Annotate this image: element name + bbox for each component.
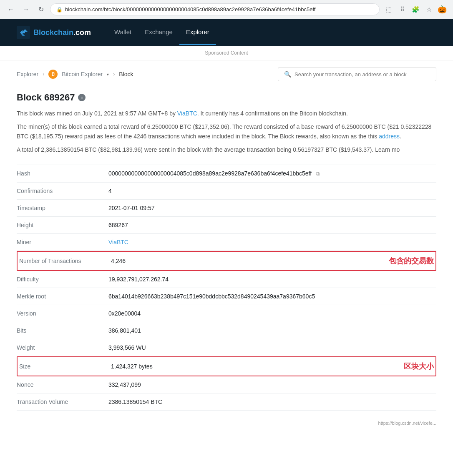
address-link[interactable]: address [379, 133, 400, 140]
value-transaction-volume: 2386.13850154 BTC [108, 398, 436, 405]
bookmark-button[interactable]: ☆ [423, 4, 435, 15]
grid-button[interactable]: ⠿ [396, 4, 408, 15]
breadcrumb: Explorer › ₿ Bitcoin Explorer ▾ › Block [17, 70, 278, 79]
lock-icon: 🔒 [56, 7, 63, 13]
value-difficulty: 19,932,791,027,262.74 [108, 276, 436, 283]
breadcrumb-block: Block [119, 71, 133, 78]
annotation-transactions: 包含的交易数 [389, 256, 434, 266]
main-nav: Wallet Exchange Explorer [108, 20, 216, 45]
table-row: Confirmations 4 [17, 183, 436, 200]
value-confirmations: 4 [108, 188, 436, 194]
label-bits: Bits [17, 327, 108, 334]
viabtc-link-1[interactable]: ViaBTC [177, 110, 197, 117]
table-row: Timestamp 2021-07-01 09:57 [17, 200, 436, 217]
label-difficulty: Difficulty [17, 276, 108, 283]
table-row: Difficulty 19,932,791,027,262.74 [17, 271, 436, 288]
forward-button[interactable]: → [20, 4, 32, 15]
logo-icon [17, 26, 30, 39]
nav-explorer[interactable]: Explorer [179, 20, 216, 45]
table-row: Weight 3,993,566 WU [17, 339, 436, 356]
reload-button[interactable]: ↻ [35, 4, 47, 15]
breadcrumb-bitcoin-explorer[interactable]: Bitcoin Explorer [62, 71, 103, 78]
table-row: Height 689267 [17, 217, 436, 234]
info-icon[interactable]: i [78, 94, 86, 101]
value-bits: 386,801,401 [108, 327, 436, 334]
value-hash: 000000000000000000004085c0d898a89ac2e992… [108, 170, 436, 177]
nav-wallet[interactable]: Wallet [108, 20, 138, 45]
url-text: blockchain.com/btc/block/000000000000000… [65, 6, 315, 13]
breadcrumb-sep-1: › [43, 71, 44, 77]
search-input[interactable] [294, 71, 430, 78]
table-row-transactions: Number of Transactions 4,246 包含的交易数 [17, 251, 436, 271]
value-version: 0x20e00004 [108, 310, 436, 317]
breadcrumb-sep-2: › [113, 71, 115, 77]
value-miner: ViaBTC [108, 239, 436, 246]
value-weight: 3,993,566 WU [108, 344, 436, 351]
logo[interactable]: Blockchain.com [17, 26, 91, 39]
label-size: Size [19, 363, 111, 370]
annotation-size: 区块大小 [404, 361, 434, 371]
table-row: Merkle root 6ba14014b926663b238b497c151e… [17, 288, 436, 305]
search-box: 🔍 [278, 67, 436, 81]
breadcrumb-explorer[interactable]: Explorer [17, 71, 38, 78]
label-weight: Weight [17, 344, 108, 351]
value-timestamp: 2021-07-01 09:57 [108, 205, 436, 211]
block-desc-3: A total of 2,386.13850154 BTC ($82,981,1… [17, 145, 436, 154]
label-nonce: Nonce [17, 381, 108, 388]
label-version: Version [17, 310, 108, 317]
main-content: Block 689267 i This block was mined on J… [0, 88, 453, 419]
table-row: Bits 386,801,401 [17, 322, 436, 339]
sponsored-bar: Sponsored Content [0, 46, 453, 60]
site-header: Blockchain.com Wallet Exchange Explorer [0, 19, 453, 46]
value-height: 689267 [108, 222, 436, 228]
block-desc-2: The miner(s) of this block earned a tota… [17, 122, 436, 141]
cast-button[interactable]: ⬚ [383, 4, 395, 15]
label-confirmations: Confirmations [17, 188, 108, 194]
label-timestamp: Timestamp [17, 205, 108, 211]
breadcrumb-row: Explorer › ₿ Bitcoin Explorer ▾ › Block … [0, 60, 453, 88]
footer-url: https://blog.csdn.net/vicefe... [378, 421, 436, 426]
copy-icon[interactable]: ⧉ [316, 170, 320, 177]
extensions-button[interactable]: 🧩 [410, 4, 421, 15]
table-row: Transaction Volume 2386.13850154 BTC [17, 393, 436, 411]
search-icon: 🔍 [284, 71, 291, 78]
table-row: Nonce 332,437,099 [17, 376, 436, 393]
logo-text: Blockchain.com [33, 28, 91, 37]
back-button[interactable]: ← [5, 4, 17, 15]
label-height: Height [17, 222, 108, 228]
value-num-transactions: 4,246 [111, 258, 379, 264]
viabtc-link-2[interactable]: ViaBTC [108, 239, 128, 246]
footer-link-hint: https://blog.csdn.net/vicefe... [0, 419, 453, 427]
value-merkle-root: 6ba14014b926663b238b497c151e90bddcbbc532… [108, 293, 436, 300]
label-num-transactions: Number of Transactions [19, 258, 111, 264]
label-hash: Hash [17, 170, 108, 177]
block-title: Block 689267 i [17, 92, 436, 103]
table-row-size: Size 1,424,327 bytes 区块大小 [17, 356, 436, 376]
dropdown-arrow-icon[interactable]: ▾ [107, 72, 109, 77]
block-title-text: Block 689267 [17, 92, 75, 103]
table-row: Miner ViaBTC [17, 234, 436, 251]
address-bar[interactable]: 🔒 blockchain.com/btc/block/0000000000000… [50, 3, 380, 15]
block-desc-1: This block was mined on July 01, 2021 at… [17, 109, 436, 118]
table-row: Hash 000000000000000000004085c0d898a89ac… [17, 165, 436, 183]
value-size: 1,424,327 bytes [111, 363, 394, 370]
value-nonce: 332,437,099 [108, 381, 436, 388]
sponsored-text: Sponsored Content [205, 50, 248, 56]
nav-exchange[interactable]: Exchange [138, 20, 179, 45]
data-table: Hash 000000000000000000004085c0d898a89ac… [17, 165, 436, 411]
table-row: Version 0x20e00004 [17, 305, 436, 322]
bitcoin-icon: ₿ [48, 70, 58, 79]
label-transaction-volume: Transaction Volume [17, 398, 108, 405]
profile-avatar[interactable]: 🎃 [436, 4, 448, 15]
label-miner: Miner [17, 239, 108, 246]
label-merkle-root: Merkle root [17, 293, 108, 300]
